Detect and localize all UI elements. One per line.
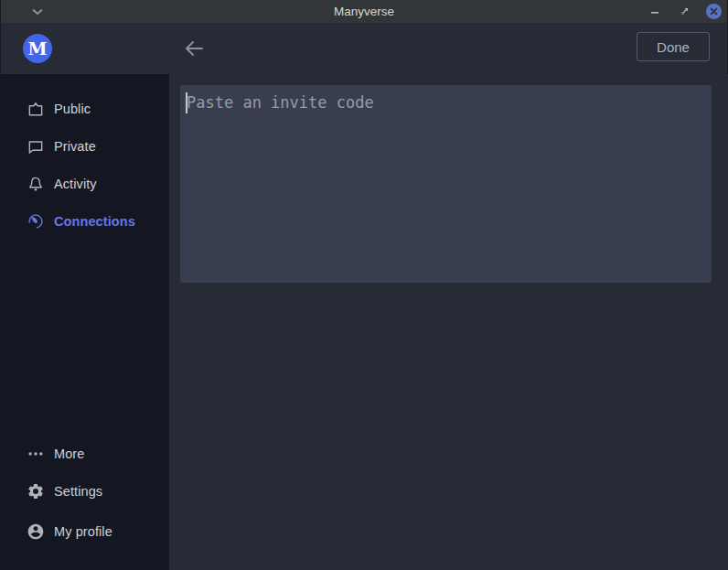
close-button[interactable]	[705, 4, 722, 20]
minimize-button[interactable]	[647, 4, 663, 20]
titlebar: Manyverse	[1, 0, 727, 23]
window-title: Manyverse	[1, 0, 727, 23]
ellipsis-dots-icon	[27, 445, 45, 463]
sidebar-item-label: Connections	[54, 214, 135, 229]
sidebar-item-public[interactable]: Public	[1, 94, 169, 124]
sidebar-item-connections[interactable]: Connections	[1, 207, 169, 236]
sidebar-item-my-profile[interactable]: My profile	[1, 517, 169, 546]
sidebar-item-label: Activity	[54, 177, 97, 191]
done-button[interactable]: Done	[637, 32, 710, 61]
gear-icon	[27, 482, 45, 500]
invite-code-input[interactable]	[180, 85, 712, 283]
message-bubble-icon	[27, 137, 45, 156]
manyverse-logo: M	[23, 34, 52, 63]
sidebar-item-more[interactable]: More	[1, 439, 169, 468]
sidebar-item-label: More	[54, 446, 84, 461]
minimize-icon	[650, 7, 659, 16]
sidebar-item-label: Public	[54, 102, 91, 116]
restore-window-icon	[680, 6, 690, 16]
app-header: M Done	[1, 23, 727, 74]
manyverse-window: Manyverse	[0, 0, 728, 570]
account-circle-icon	[27, 522, 45, 541]
invite-code-container	[180, 85, 712, 283]
app-body: Public Private Activity	[1, 74, 727, 570]
close-icon	[710, 7, 718, 16]
sidebar-item-settings[interactable]: Settings	[1, 477, 169, 506]
sidebar-item-label: My profile	[54, 524, 112, 539]
window-controls	[647, 0, 722, 23]
arrow-left-icon	[184, 40, 204, 57]
sidebar-item-label: Settings	[54, 484, 102, 499]
back-button[interactable]	[183, 38, 205, 59]
restore-button[interactable]	[676, 4, 692, 20]
bell-icon	[27, 175, 45, 193]
sidebar: Public Private Activity	[1, 74, 169, 570]
bulletin-board-icon	[27, 100, 45, 118]
sidebar-item-activity[interactable]: Activity	[1, 169, 169, 199]
connections-dial-icon	[27, 212, 45, 231]
sidebar-item-private[interactable]: Private	[1, 132, 169, 161]
sidebar-item-label: Private	[54, 139, 96, 154]
main-content	[169, 74, 728, 570]
